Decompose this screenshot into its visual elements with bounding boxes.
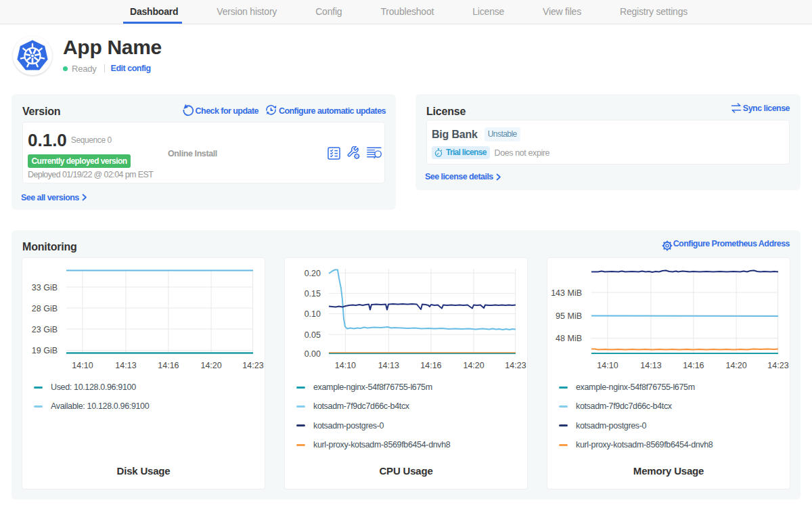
svg-text:14:23: 14:23	[767, 361, 788, 370]
svg-text:95 MiB: 95 MiB	[556, 311, 582, 321]
svg-text:14:10: 14:10	[72, 361, 93, 370]
svg-text:14:20: 14:20	[725, 361, 746, 370]
svg-text:0.00: 0.00	[304, 349, 321, 359]
svg-text:33 GiB: 33 GiB	[32, 283, 58, 292]
svg-text:0.05: 0.05	[304, 330, 321, 340]
svg-text:0.10: 0.10	[304, 309, 321, 319]
svg-text:14:23: 14:23	[242, 361, 263, 370]
svg-text:14:13: 14:13	[640, 361, 661, 370]
svg-text:14:10: 14:10	[597, 361, 618, 370]
svg-text:14:13: 14:13	[115, 361, 136, 370]
svg-text:48 MiB: 48 MiB	[556, 334, 582, 343]
svg-text:143 MiB: 143 MiB	[551, 288, 582, 298]
svg-text:0.20: 0.20	[304, 269, 321, 278]
svg-text:0.15: 0.15	[304, 289, 321, 299]
svg-text:14:23: 14:23	[505, 361, 526, 370]
svg-text:28 GiB: 28 GiB	[32, 304, 58, 313]
svg-text:14:10: 14:10	[335, 361, 356, 370]
svg-text:14:16: 14:16	[420, 361, 441, 370]
svg-text:14:20: 14:20	[200, 361, 221, 370]
svg-text:14:16: 14:16	[683, 361, 704, 370]
svg-text:14:13: 14:13	[378, 361, 399, 370]
svg-text:14:20: 14:20	[463, 361, 484, 370]
svg-text:14:16: 14:16	[158, 361, 179, 370]
svg-text:19 GiB: 19 GiB	[32, 346, 58, 355]
svg-text:23 GiB: 23 GiB	[32, 325, 58, 334]
